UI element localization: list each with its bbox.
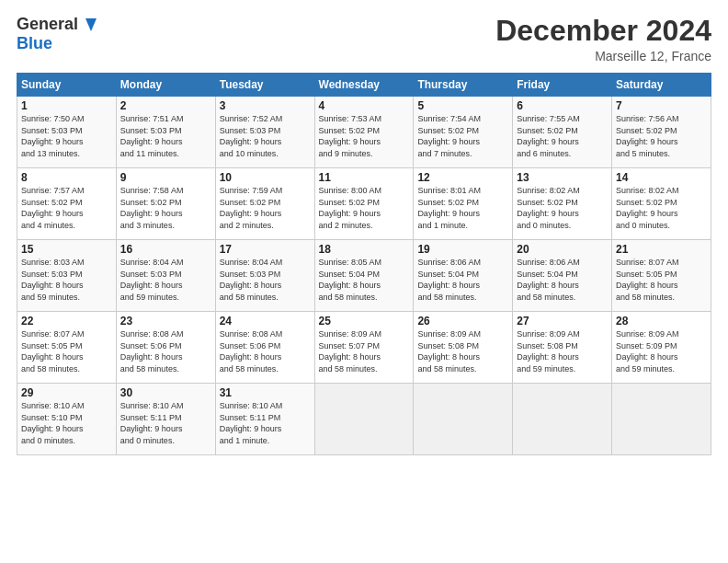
table-row: 11Sunrise: 8:00 AMSunset: 5:02 PMDayligh… (314, 168, 414, 240)
day-info: Sunrise: 7:57 AMSunset: 5:02 PMDaylight:… (21, 185, 112, 231)
table-row: 28Sunrise: 8:09 AMSunset: 5:09 PMDayligh… (612, 312, 711, 384)
day-info: Sunrise: 8:08 AMSunset: 5:06 PMDaylight:… (120, 328, 211, 374)
day-info: Sunrise: 8:04 AMSunset: 5:03 PMDaylight:… (220, 257, 311, 303)
table-row: 26Sunrise: 8:09 AMSunset: 5:08 PMDayligh… (414, 312, 513, 384)
day-info: Sunrise: 8:09 AMSunset: 5:09 PMDaylight:… (616, 328, 707, 374)
day-number: 29 (21, 386, 112, 399)
table-row: 20Sunrise: 8:06 AMSunset: 5:04 PMDayligh… (513, 240, 612, 312)
day-number: 8 (21, 171, 112, 184)
day-number: 31 (220, 386, 311, 399)
day-info: Sunrise: 8:09 AMSunset: 5:08 PMDaylight:… (517, 328, 608, 374)
table-row: 22Sunrise: 8:07 AMSunset: 5:05 PMDayligh… (17, 312, 117, 384)
day-number: 22 (21, 315, 112, 327)
table-row: 30Sunrise: 8:10 AMSunset: 5:11 PMDayligh… (116, 384, 215, 455)
day-info: Sunrise: 8:07 AMSunset: 5:05 PMDaylight:… (616, 257, 707, 303)
day-info: Sunrise: 7:50 AMSunset: 5:03 PMDaylight:… (21, 113, 112, 159)
table-row: 10Sunrise: 7:59 AMSunset: 5:02 PMDayligh… (215, 168, 314, 240)
col-monday: Monday (116, 74, 215, 97)
table-row: 7Sunrise: 7:56 AMSunset: 5:02 PMDaylight… (612, 97, 711, 168)
table-row: 14Sunrise: 8:02 AMSunset: 5:02 PMDayligh… (612, 168, 711, 240)
day-number: 19 (417, 243, 508, 256)
month-title: December 2024 (495, 15, 711, 47)
day-number: 12 (417, 171, 508, 184)
svg-marker-0 (85, 18, 97, 31)
col-sunday: Sunday (17, 74, 117, 97)
day-info: Sunrise: 7:55 AMSunset: 5:02 PMDaylight:… (517, 113, 608, 159)
day-info: Sunrise: 8:10 AMSunset: 5:11 PMDaylight:… (120, 400, 211, 446)
day-info: Sunrise: 8:06 AMSunset: 5:04 PMDaylight:… (517, 257, 608, 303)
logo: General Blue (17, 15, 97, 53)
table-row: 9Sunrise: 7:58 AMSunset: 5:02 PMDaylight… (116, 168, 215, 240)
col-wednesday: Wednesday (314, 74, 414, 97)
day-number: 14 (616, 171, 707, 184)
day-number: 30 (120, 386, 211, 399)
day-number: 16 (120, 243, 211, 256)
day-info: Sunrise: 8:02 AMSunset: 5:02 PMDaylight:… (517, 185, 608, 231)
table-row: 3Sunrise: 7:52 AMSunset: 5:03 PMDaylight… (215, 97, 314, 168)
table-row (314, 384, 414, 455)
table-row: 19Sunrise: 8:06 AMSunset: 5:04 PMDayligh… (414, 240, 513, 312)
table-row (612, 384, 711, 455)
day-number: 4 (319, 99, 410, 112)
day-number: 3 (220, 99, 311, 112)
day-number: 20 (517, 243, 608, 256)
logo-text: General (17, 15, 97, 34)
table-row: 13Sunrise: 8:02 AMSunset: 5:02 PMDayligh… (513, 168, 612, 240)
day-info: Sunrise: 7:52 AMSunset: 5:03 PMDaylight:… (220, 113, 311, 159)
day-info: Sunrise: 8:10 AMSunset: 5:10 PMDaylight:… (21, 400, 112, 446)
title-block: December 2024 Marseille 12, France (495, 15, 711, 63)
day-info: Sunrise: 7:56 AMSunset: 5:02 PMDaylight:… (616, 113, 707, 159)
header-row: Sunday Monday Tuesday Wednesday Thursday… (17, 74, 711, 97)
header: General Blue December 2024 Marseille 12,… (17, 15, 711, 63)
table-row (414, 384, 513, 455)
day-info: Sunrise: 8:00 AMSunset: 5:02 PMDaylight:… (319, 185, 410, 231)
day-info: Sunrise: 7:59 AMSunset: 5:02 PMDaylight:… (220, 185, 311, 231)
day-info: Sunrise: 8:02 AMSunset: 5:02 PMDaylight:… (616, 185, 707, 231)
table-row: 15Sunrise: 8:03 AMSunset: 5:03 PMDayligh… (17, 240, 117, 312)
table-row: 2Sunrise: 7:51 AMSunset: 5:03 PMDaylight… (116, 97, 215, 168)
day-info: Sunrise: 8:09 AMSunset: 5:07 PMDaylight:… (319, 328, 410, 374)
day-info: Sunrise: 8:04 AMSunset: 5:03 PMDaylight:… (120, 257, 211, 303)
day-number: 6 (517, 99, 608, 112)
day-number: 24 (220, 315, 311, 327)
day-number: 25 (319, 315, 410, 327)
day-number: 5 (417, 99, 508, 112)
day-number: 11 (319, 171, 410, 184)
day-number: 23 (120, 315, 211, 327)
table-row: 29Sunrise: 8:10 AMSunset: 5:10 PMDayligh… (17, 384, 117, 455)
table-row: 6Sunrise: 7:55 AMSunset: 5:02 PMDaylight… (513, 97, 612, 168)
day-number: 27 (517, 315, 608, 327)
table-row: 25Sunrise: 8:09 AMSunset: 5:07 PMDayligh… (314, 312, 414, 384)
col-tuesday: Tuesday (215, 74, 314, 97)
table-row: 12Sunrise: 8:01 AMSunset: 5:02 PMDayligh… (414, 168, 513, 240)
logo-blue: Blue (17, 34, 52, 52)
day-info: Sunrise: 8:06 AMSunset: 5:04 PMDaylight:… (417, 257, 508, 303)
calendar: Sunday Monday Tuesday Wednesday Thursday… (17, 73, 711, 455)
table-row: 17Sunrise: 8:04 AMSunset: 5:03 PMDayligh… (215, 240, 314, 312)
day-number: 21 (616, 243, 707, 256)
day-info: Sunrise: 8:01 AMSunset: 5:02 PMDaylight:… (417, 185, 508, 231)
day-info: Sunrise: 7:58 AMSunset: 5:02 PMDaylight:… (120, 185, 211, 231)
location-subtitle: Marseille 12, France (495, 49, 711, 63)
day-number: 13 (517, 171, 608, 184)
table-row (513, 384, 612, 455)
day-info: Sunrise: 8:08 AMSunset: 5:06 PMDaylight:… (220, 328, 311, 374)
day-info: Sunrise: 8:10 AMSunset: 5:11 PMDaylight:… (220, 400, 311, 446)
table-row: 4Sunrise: 7:53 AMSunset: 5:02 PMDaylight… (314, 97, 414, 168)
table-row: 16Sunrise: 8:04 AMSunset: 5:03 PMDayligh… (116, 240, 215, 312)
day-info: Sunrise: 7:53 AMSunset: 5:02 PMDaylight:… (319, 113, 410, 159)
table-row: 8Sunrise: 7:57 AMSunset: 5:02 PMDaylight… (17, 168, 117, 240)
day-number: 26 (417, 315, 508, 327)
table-row: 27Sunrise: 8:09 AMSunset: 5:08 PMDayligh… (513, 312, 612, 384)
table-row: 5Sunrise: 7:54 AMSunset: 5:02 PMDaylight… (414, 97, 513, 168)
col-thursday: Thursday (414, 74, 513, 97)
day-info: Sunrise: 8:09 AMSunset: 5:08 PMDaylight:… (417, 328, 508, 374)
day-info: Sunrise: 8:03 AMSunset: 5:03 PMDaylight:… (21, 257, 112, 303)
day-number: 15 (21, 243, 112, 256)
col-friday: Friday (513, 74, 612, 97)
day-number: 10 (220, 171, 311, 184)
day-info: Sunrise: 7:51 AMSunset: 5:03 PMDaylight:… (120, 113, 211, 159)
table-row: 21Sunrise: 8:07 AMSunset: 5:05 PMDayligh… (612, 240, 711, 312)
table-row: 24Sunrise: 8:08 AMSunset: 5:06 PMDayligh… (215, 312, 314, 384)
day-number: 7 (616, 99, 707, 112)
